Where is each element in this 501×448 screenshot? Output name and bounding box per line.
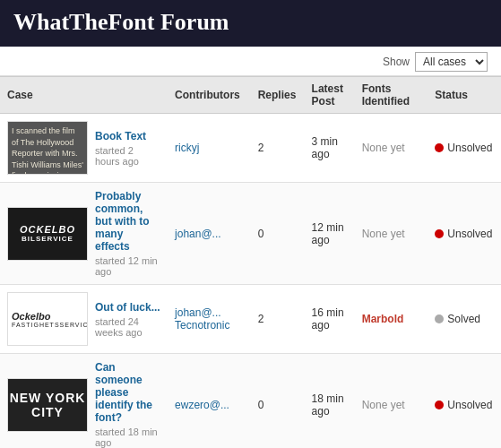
status-badge: Solved [435, 313, 494, 325]
latest-post-cell: 12 min ago [305, 183, 355, 285]
forum-table: Case Contributors Replies Latest Post Fo… [0, 76, 501, 448]
thumb-line2: FASTIGHETSSERVICE [12, 322, 88, 328]
contributor-link[interactable]: johan@... [175, 228, 221, 240]
replies-count: 2 [258, 313, 264, 325]
latest-post: 18 min ago [312, 392, 344, 418]
col-replies: Replies [251, 77, 305, 114]
case-info: Book Text started 2 hours ago [95, 130, 160, 167]
case-started: started 18 min ago [95, 426, 160, 448]
fonts-identified: None yet [362, 228, 405, 240]
status-label: Unsolved [447, 142, 492, 154]
site-title: WhatTheFont Forum [13, 9, 488, 36]
case-cell: OCKELBO BILSERVICE Probably common, but … [0, 183, 168, 285]
latest-post-cell: 18 min ago [305, 354, 355, 449]
replies-cell: 2 [251, 285, 305, 354]
thumb-line1: Ockelbo [12, 311, 50, 322]
replies-count: 0 [258, 399, 264, 411]
contributor-cell: ewzero@... [168, 354, 251, 449]
status-icon [435, 314, 444, 323]
replies-cell: 2 [251, 114, 305, 183]
case-cell: NEW YORK CITY Can someone please identif… [0, 354, 168, 449]
thumb-line2: BILSERVICE [22, 235, 73, 243]
status-icon [435, 401, 444, 409]
fonts-cell: Marbold [355, 285, 428, 354]
col-contributors: Contributors [168, 77, 251, 114]
contributor-cell: johan@... Tecnotronic [168, 285, 251, 354]
replies-count: 2 [258, 142, 264, 154]
status-cell: Unsolved [428, 354, 501, 449]
fonts-cell: None yet [355, 114, 428, 183]
status-label: Unsolved [447, 399, 492, 411]
contributor-link[interactable]: ewzero@... [175, 399, 229, 411]
contributor-link-1[interactable]: johan@... [175, 306, 221, 319]
status-badge: Unsolved [435, 399, 494, 411]
thumb-newyork: NEW YORK CITY [8, 379, 87, 431]
status-cell: Unsolved [428, 114, 501, 183]
status-label: Solved [447, 313, 480, 325]
contributor-link-2[interactable]: Tecnotronic [175, 319, 229, 332]
controls-bar: Show All cases Unsolved Solved [0, 47, 501, 76]
status-cell: Solved [428, 285, 501, 354]
table-row: I scanned the film of The Hollywood Repo… [0, 114, 501, 183]
fonts-identified: None yet [362, 399, 405, 411]
contributor-link[interactable]: rickyj [175, 142, 199, 154]
thumb-line1: NEW YORK [10, 391, 86, 405]
replies-cell: 0 [251, 354, 305, 449]
replies-cell: 0 [251, 183, 305, 285]
status-label: Unsolved [447, 228, 492, 240]
case-title-link[interactable]: Can someone please identify the font? [95, 361, 152, 424]
case-info: Probably common, but with to many effect… [95, 190, 160, 277]
case-thumbnail: OCKELBO BILSERVICE [7, 207, 88, 261]
table-header-row: Case Contributors Replies Latest Post Fo… [0, 77, 501, 114]
thumb-book-text: I scanned the film of The Hollywood Repo… [8, 122, 87, 174]
latest-post: 12 min ago [312, 221, 344, 246]
case-cell: Ockelbo FASTIGHETSSERVICE Out of luck...… [0, 285, 168, 354]
show-label: Show [383, 56, 410, 68]
thumb-line1: OCKELBO [20, 224, 75, 235]
case-thumbnail: Ockelbo FASTIGHETSSERVICE [7, 292, 88, 346]
thumb-bilservice: OCKELBO BILSERVICE [8, 208, 87, 260]
case-title-link[interactable]: Probably common, but with to many effect… [95, 190, 150, 253]
case-title-link[interactable]: Book Text [95, 130, 146, 142]
contributor-cell: johan@... [168, 183, 251, 285]
latest-post-cell: 3 min ago [305, 114, 355, 183]
replies-count: 0 [258, 228, 264, 240]
cases-filter-dropdown[interactable]: All cases Unsolved Solved [415, 52, 488, 72]
site-header: WhatTheFont Forum [0, 0, 501, 47]
table-row: Ockelbo FASTIGHETSSERVICE Out of luck...… [0, 285, 501, 354]
table-row: OCKELBO BILSERVICE Probably common, but … [0, 183, 501, 285]
case-started: started 2 hours ago [95, 145, 160, 167]
thumb-ockelbo2: Ockelbo FASTIGHETSSERVICE [8, 293, 87, 345]
contributor-cell: rickyj [168, 114, 251, 183]
case-started: started 12 min ago [95, 255, 160, 277]
fonts-identified: None yet [362, 142, 405, 154]
col-status: Status [428, 77, 501, 114]
case-thumbnail: NEW YORK CITY [7, 378, 88, 432]
table-row: NEW YORK CITY Can someone please identif… [0, 354, 501, 449]
latest-post-cell: 16 min ago [305, 285, 355, 354]
case-info: Can someone please identify the font? st… [95, 361, 160, 448]
thumb-line2: CITY [31, 405, 64, 419]
status-badge: Unsolved [435, 142, 494, 154]
case-title-link[interactable]: Out of luck... [95, 301, 160, 314]
status-icon [435, 143, 444, 152]
case-info: Out of luck... started 24 weeks ago [95, 301, 160, 338]
col-latest: Latest Post [305, 77, 355, 114]
latest-post: 16 min ago [312, 306, 344, 332]
fonts-identified[interactable]: Marbold [362, 313, 404, 325]
latest-post: 3 min ago [312, 135, 338, 160]
case-cell: I scanned the film of The Hollywood Repo… [0, 114, 168, 183]
case-thumbnail: I scanned the film of The Hollywood Repo… [7, 121, 88, 175]
status-icon [435, 229, 444, 238]
case-started: started 24 weeks ago [95, 316, 160, 338]
fonts-cell: None yet [355, 354, 428, 449]
col-case: Case [0, 77, 168, 114]
col-fonts: Fonts Identified [355, 77, 428, 114]
status-cell: Unsolved [428, 183, 501, 285]
fonts-cell: None yet [355, 183, 428, 285]
status-badge: Unsolved [435, 228, 494, 240]
